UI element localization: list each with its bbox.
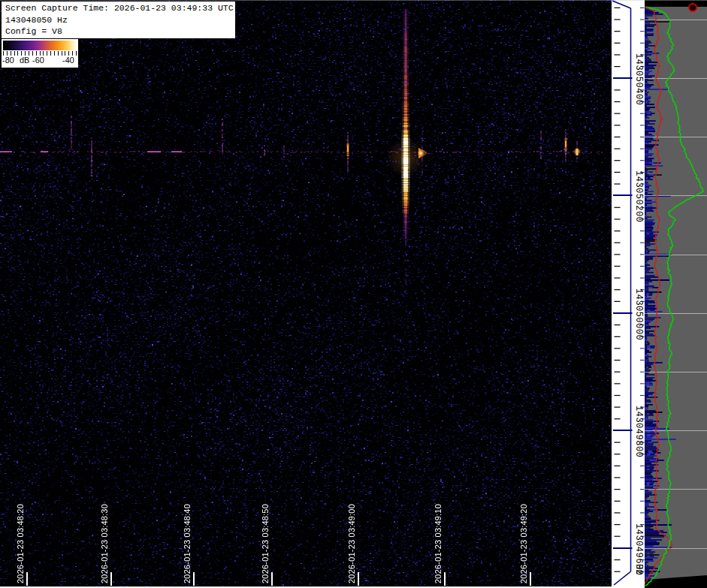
frequency-axis-label: 143050400	[633, 53, 644, 105]
capture-time-text: Screen Capture Time: 2026-01-23 03:49:33…	[5, 2, 235, 14]
time-axis-label: 2026-01-23 03:48:40	[183, 504, 192, 583]
colorbar-labels: -80dB-60-40	[2, 56, 78, 66]
capture-info-box: Screen Capture Time: 2026-01-23 03:49:33…	[2, 2, 235, 38]
colorbar-gradient	[3, 41, 77, 50]
axis-top-diagonal	[612, 1, 631, 8]
frequency-axis: Hz 1430504001430502001430500001430498001…	[612, 0, 645, 588]
time-axis-layer: 2026-01-23 03:48:202026-01-23 03:48:3020…	[0, 0, 612, 588]
spectrum-monitor-screen: 2026-01-23 03:48:202026-01-23 03:48:3020…	[0, 0, 707, 588]
time-axis-tick	[110, 572, 112, 586]
colorbar-label: dB	[20, 56, 29, 65]
colorbar-label: -60	[32, 56, 44, 65]
colorbar-label: -80	[2, 56, 14, 65]
axis-bottom-diagonal	[614, 571, 631, 585]
time-axis-tick	[358, 572, 359, 586]
top-border-line	[0, 0, 707, 1]
time-axis-label: 2026-01-23 03:48:20	[16, 504, 25, 583]
config-text: Config = V8	[5, 26, 235, 38]
time-axis-tick	[193, 572, 195, 586]
colorbar-legend: -80dB-60-40	[2, 39, 78, 68]
time-axis-tick	[444, 572, 446, 586]
time-axis-label: 2026-01-23 03:48:30	[100, 504, 109, 583]
frequency-axis-label: 143050200	[633, 170, 644, 222]
time-axis-label: 2026-01-23 03:49:20	[519, 504, 528, 583]
time-axis-label: 2026-01-23 03:49:10	[434, 504, 443, 583]
frequency-axis-label: 143049600	[633, 523, 644, 575]
frequency-axis-label: 143050000	[633, 288, 644, 340]
time-axis-tick	[530, 572, 531, 586]
time-axis-tick	[271, 572, 273, 586]
colorbar-label: -40	[62, 56, 74, 65]
time-axis-tick	[26, 572, 28, 586]
time-axis-label: 2026-01-23 03:49:00	[347, 504, 356, 583]
spectrum-panel-canvas	[645, 0, 707, 588]
time-axis-label: 2026-01-23 03:48:50	[261, 504, 270, 583]
receiver-frequency-text: 143048050 Hz	[5, 14, 235, 26]
frequency-axis-label: 143049800	[633, 406, 644, 457]
